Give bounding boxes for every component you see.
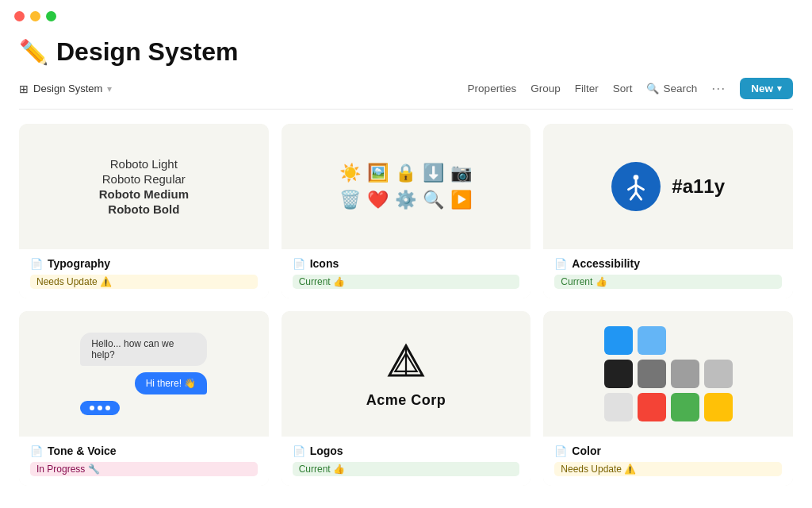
dot-2: [98, 406, 102, 410]
swatch-dark-gray: [638, 360, 666, 388]
dot-3: [105, 406, 110, 410]
card-preview-color: [543, 311, 793, 437]
breadcrumb-label: Design System: [33, 83, 102, 94]
app-window: ✏️ Design System ⊞ Design System ▾ Prope…: [0, 0, 812, 508]
title-row: ✏️ Design System: [19, 37, 793, 67]
card-title-accessibility: Accessibility: [572, 257, 640, 270]
chevron-down-icon: ▾: [107, 83, 112, 94]
card-color[interactable]: 📄 Color Needs Update ⚠️: [543, 311, 793, 486]
group-button[interactable]: Group: [530, 83, 561, 94]
card-title-row: 📄 Typography: [30, 257, 258, 270]
card-badge-color: Needs Update ⚠️: [554, 462, 782, 476]
typo-regular: Roboto Regular: [102, 172, 186, 186]
sort-button[interactable]: Sort: [613, 83, 633, 94]
swatch-lighter-gray: [604, 393, 633, 421]
icon-heart: ❤️: [367, 190, 389, 210]
doc-icon: 📄: [554, 258, 567, 270]
swatch-empty-1: [671, 326, 699, 355]
card-title-row: 📄 Color: [554, 444, 782, 457]
swatch-yellow: [704, 393, 733, 421]
card-title-icons: Icons: [310, 257, 339, 270]
card-title-typography: Typography: [48, 257, 110, 270]
swatch-mid-gray: [671, 360, 699, 388]
typography-preview: Roboto Light Roboto Regular Roboto Mediu…: [99, 157, 189, 216]
svg-line-4: [631, 193, 637, 200]
traffic-lights: [14, 11, 56, 21]
chat-bubble-question: Hello... how can we help?: [80, 333, 207, 366]
card-icons[interactable]: ☀️ 🖼️ 🔒 ⬇️ 📷 🗑️ ❤️ ⚙️ 🔍 ▶️ 📄: [282, 124, 531, 298]
card-footer-logos: 📄 Logos Current 👍: [282, 437, 531, 486]
a11y-preview: #a11y: [611, 162, 725, 211]
filter-button[interactable]: Filter: [575, 83, 599, 94]
chat-bubble-reply: Hi there! 👋: [135, 372, 208, 394]
search-label[interactable]: Search: [663, 83, 697, 94]
maximize-button[interactable]: [46, 11, 56, 21]
card-footer-tone: 📄 Tone & Voice In Progress 🔧: [19, 437, 269, 486]
swatch-blue: [604, 326, 633, 355]
new-button[interactable]: New ▾: [740, 78, 793, 99]
swatch-black: [604, 360, 633, 388]
new-button-chevron-icon: ▾: [777, 83, 782, 94]
grid-icon: ⊞: [19, 83, 29, 95]
card-logos[interactable]: Acme Corp 📄 Logos Current 👍: [282, 311, 531, 486]
card-title-row: 📄 Icons: [293, 257, 520, 270]
breadcrumb[interactable]: ⊞ Design System ▾: [19, 83, 112, 95]
card-badge-accessibility: Current 👍: [554, 275, 782, 289]
card-tone-voice[interactable]: Hello... how can we help? Hi there! 👋 📄 …: [19, 311, 269, 486]
logos-preview: Acme Corp: [366, 340, 446, 409]
icon-sun: ☀️: [339, 163, 361, 183]
acme-corp-logo-svg: [382, 340, 430, 387]
swatch-empty-2: [704, 326, 733, 355]
typo-bold: Roboto Bold: [108, 202, 179, 216]
card-title-row: 📄 Accessibility: [554, 257, 782, 270]
doc-icon: 📄: [293, 445, 305, 457]
title-emoji: ✏️: [19, 38, 48, 66]
card-footer-color: 📄 Color Needs Update ⚠️: [543, 437, 793, 486]
dot-1: [90, 406, 94, 410]
typo-light: Roboto Light: [110, 157, 178, 171]
card-title-row: 📄 Logos: [293, 444, 520, 457]
toolbar-right: Properties Group Filter Sort 🔍 Search ··…: [468, 78, 793, 99]
card-accessibility[interactable]: #a11y 📄 Accessibility Current 👍: [543, 124, 793, 298]
page-title: Design System: [56, 37, 238, 67]
search-area[interactable]: 🔍 Search: [646, 83, 697, 94]
typo-medium: Roboto Medium: [99, 187, 189, 201]
svg-point-0: [634, 175, 639, 180]
search-icon: 🔍: [646, 83, 659, 94]
icon-search: 🔍: [423, 190, 444, 210]
icon-play: ▶️: [450, 190, 472, 210]
a11y-label: #a11y: [672, 175, 725, 198]
color-preview: [596, 318, 741, 429]
swatch-green: [671, 393, 699, 421]
svg-line-5: [636, 193, 642, 200]
icon-download: ⬇️: [423, 163, 444, 183]
card-typography[interactable]: Roboto Light Roboto Regular Roboto Mediu…: [19, 124, 269, 298]
icons-preview: ☀️ 🖼️ 🔒 ⬇️ 📷 🗑️ ❤️ ⚙️ 🔍 ▶️: [331, 155, 480, 218]
doc-icon: 📄: [554, 445, 567, 457]
card-preview-accessibility: #a11y: [543, 124, 793, 249]
content-area: Roboto Light Roboto Regular Roboto Mediu…: [0, 110, 812, 508]
more-options-button[interactable]: ···: [711, 80, 726, 97]
card-badge-logos: Current 👍: [293, 462, 520, 476]
minimize-button[interactable]: [30, 11, 40, 21]
acme-corp-logo-name: Acme Corp: [366, 392, 446, 409]
card-badge-icons: Current 👍: [293, 275, 520, 289]
doc-icon: 📄: [30, 445, 43, 457]
icon-trash: 🗑️: [339, 190, 361, 210]
tone-preview: Hello... how can we help? Hi there! 👋: [64, 323, 223, 425]
toolbar: ⊞ Design System ▾ Properties Group Filte…: [19, 78, 793, 110]
cards-grid: Roboto Light Roboto Regular Roboto Mediu…: [19, 124, 793, 486]
icon-gear: ⚙️: [395, 190, 416, 210]
card-footer-typography: 📄 Typography Needs Update ⚠️: [19, 249, 269, 298]
new-button-label: New: [751, 83, 773, 94]
swatch-light-gray: [704, 360, 733, 388]
icon-lock: 🔒: [395, 163, 416, 183]
close-button[interactable]: [14, 11, 25, 21]
card-badge-typography: Needs Update ⚠️: [30, 275, 258, 289]
icon-camera: 📷: [450, 163, 472, 183]
card-footer-accessibility: 📄 Accessibility Current 👍: [543, 249, 793, 298]
properties-button[interactable]: Properties: [468, 83, 517, 94]
a11y-circle: [611, 162, 661, 211]
page-header: ✏️ Design System ⊞ Design System ▾ Prope…: [0, 28, 812, 110]
card-footer-icons: 📄 Icons Current 👍: [282, 249, 531, 298]
